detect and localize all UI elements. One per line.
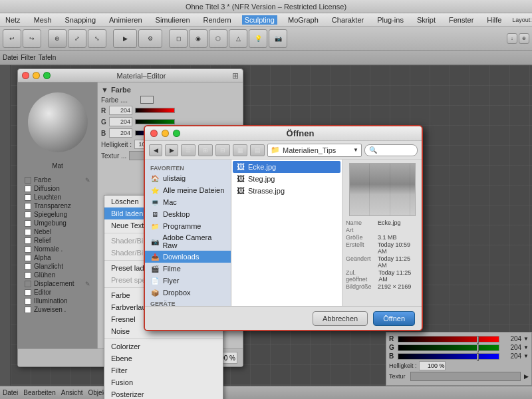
checkbox-relief[interactable]	[25, 237, 31, 244]
menu-mesh[interactable]: Mesh	[31, 15, 55, 25]
btn-obj6[interactable]: 📷	[269, 29, 287, 48]
menu-netz[interactable]: Netz	[3, 15, 23, 25]
checkbox-glanzlicht[interactable]	[25, 263, 31, 270]
btn-obj1[interactable]: ◻	[169, 29, 188, 48]
menu-simulieren[interactable]: Simulieren	[153, 15, 193, 25]
rgb-textur-field[interactable]	[410, 372, 521, 381]
mat-item-transparenz[interactable]: Transparenz	[23, 201, 92, 210]
close-btn[interactable]	[22, 72, 29, 79]
menu-charakter[interactable]: Charakter	[329, 15, 366, 25]
mat-item-glanzlicht[interactable]: Glanzlicht	[23, 262, 92, 271]
dialog-close-btn[interactable]	[150, 130, 158, 137]
ctx-fusion[interactable]: Fusion	[104, 376, 223, 388]
btn-obj5[interactable]: 💡	[249, 29, 267, 48]
confirm-button[interactable]: Öffnen	[373, 311, 415, 326]
rgb-b-arrow[interactable]: ▼	[523, 353, 529, 359]
menu-fenster[interactable]: Fenster	[446, 15, 476, 25]
checkbox-gluehen[interactable]	[25, 272, 31, 279]
menu-animieren[interactable]: Animieren	[106, 15, 145, 25]
b-input[interactable]	[109, 128, 132, 138]
checkbox-transparenz[interactable]	[25, 203, 31, 209]
minimize-btn[interactable]	[33, 72, 40, 79]
btn-undo[interactable]: ↩	[3, 29, 21, 48]
menu-skript[interactable]: Skript	[414, 15, 438, 25]
mat-item-diffusion[interactable]: Diffusion	[23, 184, 92, 193]
checkbox-alpha[interactable]	[25, 255, 31, 261]
sidebar-mac[interactable]: 💻 Mac	[145, 196, 231, 208]
btn-snap2[interactable]: ⊕	[519, 33, 529, 44]
btn-obj4[interactable]: △	[229, 29, 247, 48]
checkbox-umgebung[interactable]	[25, 220, 31, 227]
ctx-filter[interactable]: Filter	[104, 364, 223, 376]
view-btn-preview[interactable]: ▤	[250, 144, 265, 156]
btn-render[interactable]: ▶	[113, 29, 137, 48]
menu-mograph[interactable]: MoGraph	[285, 15, 321, 25]
btn-render-settings[interactable]: ⚙	[138, 29, 162, 48]
mat-item-normale[interactable]: Normale .	[23, 245, 92, 253]
r-slider[interactable]	[135, 108, 175, 113]
mat-item-leuchten[interactable]: Leuchten	[23, 193, 92, 201]
mat-item-umgebung[interactable]: Umgebung	[23, 219, 92, 227]
checkbox-farbe[interactable]	[25, 177, 31, 184]
bottom-bearbeiten[interactable]: Bearbeiten	[23, 389, 55, 396]
sidebar-downloads[interactable]: 📥 Downloads	[145, 251, 231, 263]
view-btn-columns[interactable]: ⊟	[215, 144, 230, 156]
mat-item-spiegelung[interactable]: Spiegelung	[23, 210, 92, 219]
checkbox-leuchten[interactable]	[25, 194, 31, 201]
rgb-textur-arrow[interactable]: ▶	[524, 373, 529, 380]
menu-sculpting[interactable]: Sculpting	[242, 15, 277, 25]
toolbar2-filter[interactable]: Filter	[21, 54, 35, 61]
mat-item-farbe[interactable]: Farbe ✎	[23, 176, 92, 184]
bottom-datei[interactable]: Datei	[3, 389, 18, 396]
checkbox-nebel[interactable]	[25, 229, 31, 235]
dialog-maximize-btn[interactable]	[173, 130, 180, 137]
sidebar-dropbox[interactable]: 📦 Dropbox	[145, 287, 231, 299]
sidebar-camera-raw[interactable]: 📷 Adobe Camera Raw	[145, 232, 231, 251]
file-ecke[interactable]: 🖼 Ecke.jpg	[233, 161, 340, 173]
mat-item-displacement[interactable]: Displacement ✎	[23, 279, 92, 288]
dialog-search-input[interactable]	[364, 144, 418, 156]
view-btn-list[interactable]: ☰	[181, 144, 196, 156]
checkbox-editor[interactable]	[25, 289, 31, 296]
checkbox-normale[interactable]	[25, 246, 31, 253]
checkbox-diffusion[interactable]	[25, 186, 31, 192]
dialog-back-btn[interactable]: ◀	[149, 144, 162, 156]
mat-item-relief[interactable]: Relief	[23, 236, 92, 245]
r-input[interactable]	[109, 106, 132, 115]
mat-item-nebel[interactable]: Nebel	[23, 227, 92, 236]
maximize-btn[interactable]	[43, 72, 51, 79]
btn-select[interactable]: ⊕	[48, 29, 66, 48]
menu-snapping[interactable]: Snapping	[63, 15, 99, 25]
toolbar2-file[interactable]: Datei	[3, 54, 18, 61]
btn-scale[interactable]: ⤡	[88, 29, 106, 48]
rgb-helligkeit-input[interactable]	[419, 361, 446, 370]
sidebar-filme[interactable]: 🎬 Filme	[145, 263, 231, 275]
dialog-location-bar[interactable]: 📁 Materialien_Tips ▼	[267, 144, 362, 157]
toolbar2-tafeln[interactable]: Tafeln	[39, 54, 57, 61]
btn-obj2[interactable]: ◉	[189, 29, 207, 48]
checkbox-zuweisen[interactable]	[25, 307, 31, 313]
dialog-minimize-btn[interactable]	[162, 130, 169, 137]
rgb-g-arrow[interactable]: ▼	[523, 344, 529, 350]
file-strasse[interactable]: 🖼 Strasse.jpg	[233, 185, 340, 197]
rgb-b-slider[interactable]	[398, 353, 499, 360]
mat-item-alpha[interactable]: Alpha	[23, 253, 92, 262]
mat-item-illumination[interactable]: Illumination	[23, 297, 92, 305]
btn-move[interactable]: ⤢	[68, 29, 86, 48]
sidebar-flyer[interactable]: 📄 Flyer	[145, 275, 231, 287]
btn-redo[interactable]: ↪	[23, 29, 41, 48]
sidebar-desktop[interactable]: 🖥 Desktop	[145, 208, 231, 220]
menu-plugins[interactable]: Plug-ins	[374, 15, 406, 25]
rgb-g-slider[interactable]	[398, 344, 499, 351]
view-btn-cover[interactable]: ▦	[233, 144, 247, 156]
cancel-button[interactable]: Abbrechen	[313, 311, 368, 326]
sidebar-alle-dateien[interactable]: ⭐ Alle meine Dateien	[145, 184, 231, 196]
farbe-color-swatch[interactable]	[140, 96, 154, 104]
rgb-r-slider[interactable]	[398, 336, 499, 342]
btn-snap1[interactable]: ↓	[507, 33, 517, 44]
checkbox-illumination[interactable]	[25, 298, 31, 305]
btn-obj3[interactable]: ⬡	[209, 29, 227, 48]
mat-item-zuweisen[interactable]: Zuweisen .	[23, 305, 92, 314]
location-dropdown-arrow[interactable]: ▼	[353, 147, 358, 153]
dialog-forward-btn[interactable]: ▶	[165, 144, 178, 156]
